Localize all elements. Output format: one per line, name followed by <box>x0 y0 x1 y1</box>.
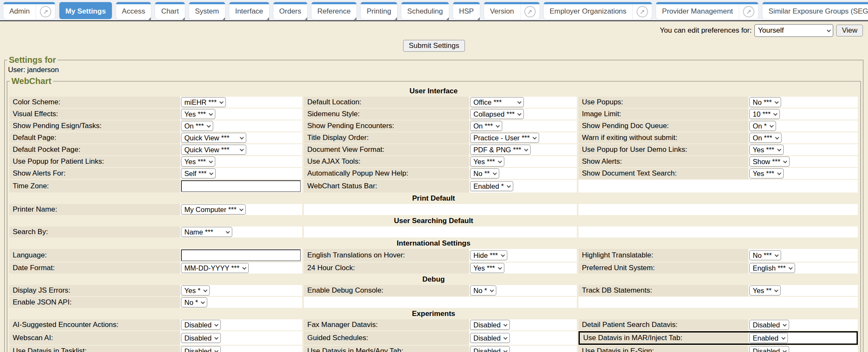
show-document-text-search-control-cell: Yes *** <box>748 168 858 179</box>
preferences-for-select[interactable]: Yourself <box>754 24 833 37</box>
section-title-user-interface: User Interface <box>9 86 858 96</box>
tab-label: Chart <box>155 5 185 16</box>
chevron-down-icon <box>240 147 244 151</box>
guided-schedules-select[interactable]: Disabled <box>470 333 510 343</box>
show-alerts-for-select[interactable]: Self *** <box>181 168 216 179</box>
tab-admin[interactable]: Admin↗ <box>3 2 55 19</box>
webscan-ai-select[interactable]: Disabled <box>181 333 221 343</box>
display-js-errors-select[interactable]: Yes * <box>181 285 210 296</box>
enable-debug-console-select[interactable]: No * <box>470 285 496 296</box>
use-datavis-in-tasklist-select[interactable]: Disabled <box>181 346 221 352</box>
sidemenu-style-select[interactable]: Collapsed *** <box>470 109 524 119</box>
use-datavis-in-tasklist-label: Use Datavis in Tasklist: <box>9 346 180 352</box>
english-translations-on-hover-value: Hide *** <box>473 251 498 260</box>
printer-name-control-cell: My Computer *** <box>180 204 302 215</box>
color-scheme-select[interactable]: miEHR *** <box>181 97 226 107</box>
date-format-select[interactable]: MM-DD-YYYY *** <box>181 263 249 273</box>
use-datavis-in-e-sign-select[interactable]: Disabled <box>749 346 789 352</box>
use-popup-for-user-demo-links-value: Yes *** <box>753 146 774 154</box>
english-translations-on-hover-select[interactable]: Hide *** <box>470 250 507 260</box>
image-limit-select[interactable]: 10 *** <box>749 109 780 119</box>
tab-printing[interactable]: Printing <box>361 2 397 19</box>
show-pending-esign-tasks-select[interactable]: On *** <box>181 121 213 131</box>
webscan-ai-label: Webscan AI: <box>9 331 180 345</box>
tab-employer-organizations[interactable]: Employer Organizations↗ <box>544 2 652 19</box>
language-input[interactable] <box>181 249 301 261</box>
24-hour-clock-select[interactable]: Yes *** <box>470 263 504 273</box>
printer-name-select[interactable]: My Computer *** <box>181 204 246 215</box>
use-popup-for-patient-links-select[interactable]: Yes *** <box>181 156 215 167</box>
use-datavis-in-mar-inject-tab-value: Enabled <box>753 334 779 342</box>
show-pending-doc-queue-select[interactable]: On * <box>749 121 776 131</box>
show-alerts-select[interactable]: Show *** <box>749 156 790 167</box>
use-datavis-in-meds-agy-tab-select[interactable]: Disabled <box>470 346 510 352</box>
detail-patient-search-datavis-select[interactable]: Disabled <box>749 320 789 330</box>
document-view-format-select[interactable]: PDF & PNG *** <box>470 145 531 155</box>
webscan-ai-value: Disabled <box>184 334 211 342</box>
tab-access[interactable]: Access <box>116 2 151 19</box>
use-datavis-in-mar-inject-tab-label: Use Datavis in MAR/Inject Tab: <box>579 331 748 345</box>
empty-label <box>579 297 748 308</box>
highlight-translatable-select[interactable]: No *** <box>749 250 781 260</box>
ai-suggested-encounter-actions-select[interactable]: Disabled <box>181 320 221 330</box>
empty-control-cell <box>469 204 577 215</box>
tab-chart[interactable]: Chart <box>155 2 185 19</box>
use-popup-for-patient-links-control-cell: Yes *** <box>180 156 302 167</box>
tab-interface[interactable]: Interface <box>229 2 269 19</box>
use-popup-for-user-demo-links-select[interactable]: Yes *** <box>749 145 784 155</box>
default-location-value: Office *** <box>473 98 502 106</box>
view-button[interactable]: View <box>836 25 863 36</box>
warn-if-exiting-without-submit-select[interactable]: On *** <box>749 133 782 143</box>
tab-label: System <box>189 5 225 16</box>
image-limit-label: Image Limit: <box>579 109 748 120</box>
tab-reference[interactable]: Reference <box>312 2 356 19</box>
chevron-down-icon <box>506 184 511 188</box>
default-page-value: Quick View *** <box>184 134 229 142</box>
time-zone-input[interactable] <box>181 180 301 192</box>
chevron-down-icon <box>214 349 219 352</box>
automatically-popup-new-help-select[interactable]: No ** <box>470 168 499 179</box>
popup-icon-wrap: ↗ <box>739 2 758 19</box>
tab-similar-exposure-groups-segs[interactable]: Similar Exposure Groups (SEGs)↗ <box>762 2 868 19</box>
tab-orders[interactable]: Orders <box>273 2 307 19</box>
empty-label <box>304 297 469 308</box>
guided-schedules-label: Guided Schedules: <box>304 331 469 345</box>
use-datavis-in-mar-inject-tab-select[interactable]: Enabled <box>749 333 788 343</box>
tab-system[interactable]: System <box>189 2 225 19</box>
use-ajax-tools-select[interactable]: Yes *** <box>470 156 504 167</box>
track-db-statements-select[interactable]: Yes ** <box>749 285 781 296</box>
tab-hsp[interactable]: HSP <box>453 2 480 19</box>
chevron-down-icon <box>777 171 781 175</box>
tab-scheduling[interactable]: Scheduling <box>401 2 449 19</box>
chevron-down-icon <box>827 28 831 32</box>
default-page-select[interactable]: Quick View *** <box>181 133 246 143</box>
show-pending-encounters-select[interactable]: On *** <box>470 121 502 131</box>
section-title-experiments: Experiments <box>9 309 858 318</box>
tab-version[interactable]: Version↗ <box>484 2 540 19</box>
popup-arrow-icon[interactable]: ↗ <box>524 6 536 17</box>
track-db-statements-value: Yes ** <box>753 287 771 295</box>
24-hour-clock-value: Yes *** <box>473 264 495 272</box>
search-by-select[interactable]: Name *** <box>181 227 232 237</box>
default-pocket-page-select[interactable]: Quick View *** <box>181 145 246 155</box>
submit-settings-button[interactable]: Submit Settings <box>403 40 465 52</box>
use-popups-select[interactable]: No *** <box>749 97 781 107</box>
tab-provider-management[interactable]: Provider Management↗ <box>656 2 758 19</box>
empty-label <box>579 204 748 215</box>
detail-patient-search-datavis-label: Detail Patient Search Datavis: <box>579 319 748 330</box>
popup-arrow-icon[interactable]: ↗ <box>743 6 754 17</box>
webchart-status-bar-select[interactable]: Enabled * <box>470 181 513 191</box>
title-display-order-select[interactable]: Practice - User *** <box>470 133 539 143</box>
popup-arrow-icon[interactable]: ↗ <box>40 6 51 17</box>
visual-effects-select[interactable]: Yes *** <box>181 109 215 119</box>
enable-json-api-select[interactable]: No * <box>181 297 207 307</box>
color-scheme-control-cell: miEHR *** <box>180 97 302 108</box>
preferred-unit-system-select[interactable]: English *** <box>749 263 795 273</box>
default-location-select[interactable]: Office *** <box>470 97 524 107</box>
date-format-value: MM-DD-YYYY *** <box>184 264 239 272</box>
show-document-text-search-select[interactable]: Yes *** <box>749 168 784 179</box>
tab-label: Provider Management <box>656 5 739 16</box>
tab-my-settings[interactable]: My Settings <box>59 2 111 19</box>
popup-arrow-icon[interactable]: ↗ <box>637 6 648 17</box>
fax-manager-datavis-select[interactable]: Disabled <box>470 320 510 330</box>
